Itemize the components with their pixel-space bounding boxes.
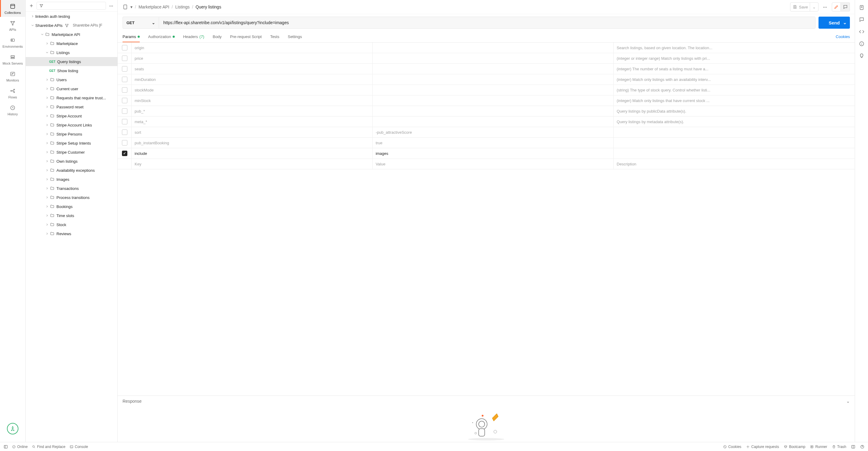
tree-node[interactable]: Requests that require trust... <box>26 93 117 102</box>
chevron-icon[interactable] <box>44 95 50 100</box>
param-value[interactable]: true <box>373 138 614 148</box>
code-icon[interactable] <box>858 28 865 35</box>
chevron-icon[interactable] <box>44 104 50 110</box>
param-desc[interactable]: (integer) Match only listings with an av… <box>614 74 855 85</box>
tree-node[interactable]: Stripe Account <box>26 111 117 120</box>
tree-node[interactable]: Time slots <box>26 211 117 220</box>
chevron-icon[interactable] <box>44 149 50 155</box>
param-checkbox[interactable] <box>122 119 127 124</box>
tree-node[interactable]: Current user <box>26 84 117 93</box>
chevron-icon[interactable] <box>44 86 50 91</box>
breadcrumb-item[interactable]: Listings <box>175 4 189 9</box>
param-key[interactable]: pub_* <box>132 106 373 116</box>
rail-monitors[interactable]: Monitors <box>0 68 25 85</box>
chevron-icon[interactable] <box>44 77 50 82</box>
tab-more-icon[interactable]: ⋯ <box>822 3 829 10</box>
sidebar-more-icon[interactable]: ⋯ <box>108 2 115 9</box>
param-checkbox[interactable] <box>122 66 127 71</box>
chevron-icon[interactable] <box>44 50 50 55</box>
tree-node[interactable]: Stripe Customer <box>26 148 117 157</box>
cookies-status[interactable]: Cookies <box>723 445 741 449</box>
chevron-icon[interactable] <box>44 131 50 137</box>
tab-params[interactable]: Params <box>123 31 140 42</box>
chevron-icon[interactable] <box>44 177 50 182</box>
chevron-icon[interactable] <box>44 140 50 146</box>
tree-node[interactable]: Process transitions <box>26 193 117 202</box>
param-value[interactable] <box>373 85 614 95</box>
chevron-down-icon[interactable]: ⌄ <box>843 20 847 25</box>
chevron-icon[interactable] <box>44 204 50 209</box>
find-replace[interactable]: Find and Replace <box>32 445 65 449</box>
tab-settings[interactable]: Settings <box>288 31 302 42</box>
two-pane-icon[interactable] <box>851 445 855 449</box>
tree-node[interactable]: Marketplace <box>26 39 117 48</box>
param-desc[interactable]: (integer) The number of seats a listing … <box>614 64 855 74</box>
tab-tests[interactable]: Tests <box>270 31 279 42</box>
param-value[interactable] <box>373 53 614 63</box>
cookies-link[interactable]: Cookies <box>836 34 850 39</box>
param-checkbox[interactable] <box>122 109 127 114</box>
tab-prerequest[interactable]: Pre-request Script <box>230 31 262 42</box>
chevron-icon[interactable] <box>44 41 50 46</box>
chevron-icon[interactable] <box>44 158 50 164</box>
chevron-icon[interactable] <box>44 168 50 173</box>
chevron-icon[interactable] <box>44 122 50 128</box>
tree-node[interactable]: Marketplace API <box>26 30 117 39</box>
chevron-icon[interactable] <box>44 186 50 191</box>
rail-mock-servers[interactable]: Mock Servers <box>0 51 25 68</box>
tree-node[interactable]: Stock <box>26 220 117 229</box>
param-key[interactable]: meta_* <box>132 117 373 127</box>
chevron-icon[interactable] <box>44 222 50 227</box>
tree-node[interactable]: Stripe Account Links <box>26 120 117 129</box>
booster-icon[interactable] <box>7 423 19 434</box>
param-value[interactable] <box>373 95 614 106</box>
tree-node[interactable]: Users <box>26 75 117 84</box>
capture-requests[interactable]: Capture requests <box>746 445 779 449</box>
edit-icon[interactable] <box>832 2 841 11</box>
tree-node[interactable]: Transactions <box>26 184 117 193</box>
method-select[interactable]: GET ⌄ <box>123 17 159 29</box>
param-desc[interactable]: Query listings by publicData attribute(s… <box>614 106 855 116</box>
tree-node[interactable]: Bookings <box>26 202 117 211</box>
param-desc[interactable] <box>614 148 855 158</box>
tree-node[interactable]: Stripe Setup Intents <box>26 139 117 148</box>
tree-node[interactable]: Listings <box>26 48 117 57</box>
tree-node[interactable]: GETShow listing <box>26 66 117 75</box>
param-value[interactable] <box>373 74 614 85</box>
tree-node[interactable]: Own listings <box>26 157 117 166</box>
documentation-icon[interactable] <box>858 4 865 11</box>
chevron-down-icon[interactable]: ▾ <box>130 4 132 9</box>
rail-collections[interactable]: Collections <box>0 0 25 17</box>
send-button[interactable]: Send ⌄ <box>818 17 850 29</box>
chevron-icon[interactable] <box>44 195 50 200</box>
breadcrumb-item[interactable]: Marketplace API <box>138 4 169 9</box>
rail-apis[interactable]: APIs <box>0 17 25 34</box>
param-key[interactable]: pub_instantBooking <box>132 138 373 148</box>
param-checkbox[interactable] <box>122 98 127 103</box>
online-status[interactable]: Online <box>12 445 28 449</box>
save-button[interactable]: Save ⌄ <box>790 2 818 11</box>
tree-node[interactable]: Stripe Persons <box>26 129 117 139</box>
param-desc[interactable]: (integer or integer range) Match only li… <box>614 53 855 63</box>
tab-body[interactable]: Body <box>213 31 222 42</box>
tree-node[interactable]: Password reset <box>26 102 117 111</box>
param-key[interactable]: include <box>132 148 373 158</box>
collection-item[interactable]: linkedin auth testing <box>26 12 117 21</box>
param-checkbox[interactable] <box>122 140 127 146</box>
param-checkbox[interactable] <box>122 151 127 156</box>
tree-node[interactable]: Reviews <box>26 229 117 238</box>
bootcamp[interactable]: Bootcamp <box>784 445 805 449</box>
param-desc[interactable] <box>614 127 855 137</box>
param-checkbox[interactable] <box>122 129 127 135</box>
param-key[interactable]: minDuration <box>132 74 373 85</box>
chevron-down-icon[interactable]: ⌄ <box>810 3 816 11</box>
param-checkbox[interactable] <box>122 87 127 93</box>
param-checkbox[interactable] <box>122 45 127 51</box>
trash[interactable]: Trash <box>832 445 846 449</box>
tree-node[interactable]: GETQuery listings <box>26 57 117 66</box>
param-value[interactable] <box>373 64 614 74</box>
param-value[interactable]: images <box>373 148 614 158</box>
param-checkbox[interactable] <box>122 56 127 61</box>
param-value[interactable] <box>373 117 614 127</box>
collections-tree[interactable]: linkedin auth testingSharetribe APIsShar… <box>26 12 117 451</box>
